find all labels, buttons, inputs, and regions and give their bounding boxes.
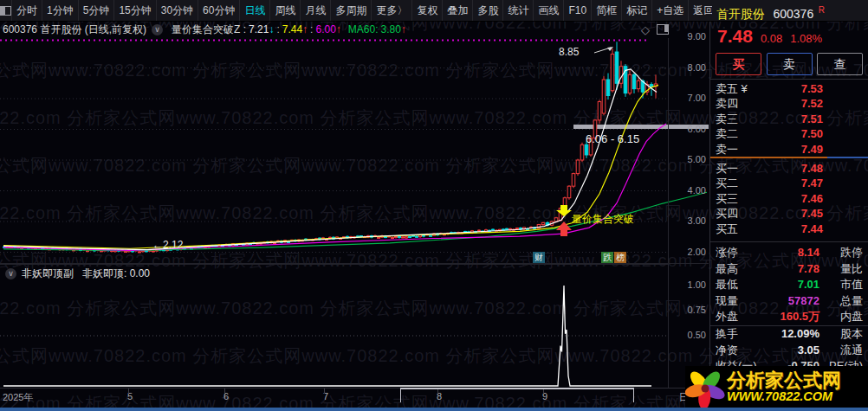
up-arrow-icon: ↑ bbox=[302, 23, 308, 35]
toolbar-item-周线[interactable]: 周线 bbox=[270, 0, 301, 21]
toolbar-item-标记[interactable]: 标记 bbox=[622, 0, 652, 21]
split-window-icon[interactable] bbox=[657, 24, 669, 35]
bid-row[interactable]: 买一7.48 bbox=[710, 161, 868, 176]
toolbar-item-5分钟[interactable]: 5分钟 bbox=[79, 0, 115, 21]
stat-row: 涨停8.14跌停 bbox=[710, 245, 868, 261]
annotation-zone: 6.06 - 6.15 bbox=[586, 132, 639, 145]
toolbar-item-日线[interactable]: 日线 bbox=[240, 0, 270, 21]
toolbar-item-画线[interactable]: 画线 bbox=[534, 0, 564, 21]
ask-row[interactable]: 卖二7.50 bbox=[710, 126, 868, 141]
stat-list: 涨停8.14跌停最高7.78量比最低7.01市值现量57872总量外盘160.5… bbox=[710, 245, 868, 375]
bid-levels: 买一7.48买二7.47买三7.46买四7.45买五7.44 bbox=[710, 161, 868, 236]
bid-row[interactable]: 买二7.47 bbox=[710, 176, 868, 190]
separator: : bbox=[310, 23, 313, 35]
stat-row: 最低7.01市值 bbox=[710, 277, 868, 293]
toolbar-item-更多〉[interactable]: 更多〉 bbox=[372, 0, 412, 21]
chevron-down-icon[interactable]: ∨ bbox=[152, 24, 163, 35]
indicator-value-2: 7.44 bbox=[282, 23, 302, 35]
diamond-icon[interactable]: ◇ bbox=[641, 23, 650, 36]
toolbar-item-多周期[interactable]: 多周期 bbox=[331, 0, 372, 21]
chart-tag-榜[interactable]: 榜 bbox=[614, 252, 626, 263]
logo-url: WWW.70822.COM bbox=[727, 390, 841, 403]
toolbar-item-分时[interactable]: 分时 bbox=[12, 0, 42, 21]
stat-row: 最高7.78量比 bbox=[710, 261, 868, 278]
sell-button[interactable]: 卖 bbox=[767, 53, 813, 75]
logo-site-name: 分析家公式网 bbox=[727, 370, 841, 390]
toolbar-item-30分钟[interactable]: 30分钟 bbox=[157, 0, 198, 21]
axis-label: 6.00 bbox=[668, 124, 713, 134]
ma60-label: MA60: bbox=[348, 23, 379, 35]
annotation-breakout: 量价集合突破 bbox=[572, 212, 634, 227]
layout-icon[interactable] bbox=[0, 0, 12, 21]
axis-label: 7.00 bbox=[668, 93, 713, 103]
bid-row[interactable]: 买四7.45 bbox=[710, 206, 868, 221]
toolbar-item-1分钟[interactable]: 1分钟 bbox=[42, 0, 79, 21]
chart-tag-跌[interactable]: 跌 bbox=[601, 252, 613, 263]
window-bottom-edge bbox=[0, 408, 868, 411]
last-price-row: 7.48 0.08 1.08% bbox=[717, 26, 822, 47]
buy-button[interactable]: 买 bbox=[716, 53, 761, 75]
main-chart-header: 600376 首开股份 (日线,前复权) ∨ 量价集合突破Z : 7.21 ↓ … bbox=[0, 21, 709, 38]
annotation-peak-price: 8.85 bbox=[559, 46, 579, 58]
axis-label: 0.75 bbox=[668, 305, 713, 315]
period-menu: 分时1分钟5分钟15分钟30分钟60分钟日线周线月线多周期更多〉复权叠加多股统计… bbox=[0, 0, 712, 21]
sub-indicator-value: 非妖即顶: 0.00 bbox=[82, 267, 150, 281]
stock-title: 首开股份 600376 R bbox=[716, 0, 825, 21]
mid-price-divider bbox=[710, 157, 868, 158]
candlestick-canvas[interactable] bbox=[0, 38, 710, 264]
stock-name: 首开股份 bbox=[716, 7, 765, 21]
toolbar-item-复权[interactable]: 复权 bbox=[412, 0, 443, 21]
site-logo[interactable]: 分析家公式网 WWW.70822.COM bbox=[685, 366, 868, 408]
toolbar-item-统计[interactable]: 统计 bbox=[503, 0, 534, 21]
axis-label: 5.00 bbox=[668, 154, 713, 164]
price-change-pct: 1.08% bbox=[790, 32, 822, 45]
axis-label: 8.00 bbox=[668, 62, 713, 73]
stat-row: 现量57872总量 bbox=[710, 293, 868, 310]
down-arrow-icon: ↓ bbox=[269, 23, 274, 35]
stock-code: 600376 bbox=[773, 7, 813, 21]
stat-row: 换手12.09%股本 bbox=[710, 325, 868, 343]
stat-row: 净资3.05流通 bbox=[710, 343, 868, 359]
toolbar-item-简框[interactable]: 简框 bbox=[592, 0, 622, 21]
bid-row[interactable]: 买五7.44 bbox=[710, 222, 868, 236]
pane-divider bbox=[0, 263, 709, 264]
axis-label: 2.00 bbox=[668, 247, 713, 257]
margin-badge: R bbox=[819, 5, 825, 15]
ask-levels: 卖五 ¥7.53卖四7.52卖三7.51卖二7.50卖一7.49 bbox=[710, 81, 868, 157]
bid-row[interactable]: 买三7.46 bbox=[710, 191, 868, 206]
ask-row[interactable]: 卖一7.49 bbox=[710, 142, 868, 157]
main-chart-area[interactable]: 8.85 6.06 - 6.15 ←2.12 量价集合突破 财跌榜 bbox=[0, 38, 710, 264]
price-change: 0.08 bbox=[761, 32, 782, 45]
time-axis[interactable]: 2025年56789日 bbox=[0, 388, 710, 408]
last-price: 7.48 bbox=[717, 26, 753, 47]
sub-chart-header: ∨ 非妖即顶副 非妖即顶: 0.00 bbox=[0, 264, 668, 282]
ask-row[interactable]: 卖四7.52 bbox=[710, 96, 868, 111]
divider bbox=[710, 241, 868, 242]
indicator-value-1: 7.21 bbox=[249, 23, 269, 35]
ask-row[interactable]: 卖五 ¥7.53 bbox=[710, 81, 868, 96]
toolbar-item-月线[interactable]: 月线 bbox=[301, 0, 331, 21]
ask-row[interactable]: 卖三7.51 bbox=[710, 112, 868, 126]
sub-chart-area[interactable] bbox=[0, 281, 668, 388]
query-button[interactable]: 查 bbox=[817, 53, 863, 75]
quote-panel: 7.48 0.08 1.08% 买 卖 查 卖五 ¥7.53卖四7.52卖三7.… bbox=[710, 21, 868, 408]
up-arrow-icon: ↑ bbox=[336, 23, 341, 35]
toolbar-item-15分钟[interactable]: 15分钟 bbox=[114, 0, 156, 21]
chevron-down-icon[interactable]: ∨ bbox=[5, 268, 16, 279]
annotation-low-price: ←2.12 bbox=[152, 239, 183, 251]
toolbar-item-+自选[interactable]: +自选 bbox=[652, 0, 689, 21]
toolbar-item-返回[interactable]: 返回 bbox=[689, 0, 712, 21]
toolbar-item-多股[interactable]: 多股 bbox=[473, 0, 503, 21]
axis-year-label: 2025年 bbox=[3, 391, 33, 404]
axis-label: 4.00 bbox=[668, 185, 713, 196]
toolbar-item-叠加[interactable]: 叠加 bbox=[443, 0, 473, 21]
sub-indicator-name: 非妖即顶副 bbox=[22, 267, 74, 281]
panel-divider bbox=[709, 21, 710, 408]
toolbar-item-60分钟[interactable]: 60分钟 bbox=[198, 0, 240, 21]
indicator-canvas[interactable] bbox=[0, 281, 668, 388]
divider bbox=[710, 79, 868, 80]
toolbar-item-F10[interactable]: F10 bbox=[564, 0, 592, 21]
indicator-name: 量价集合突破Z : bbox=[172, 22, 246, 37]
chart-tag-财[interactable]: 财 bbox=[533, 252, 545, 263]
axis-label: 0.50 bbox=[668, 330, 713, 340]
